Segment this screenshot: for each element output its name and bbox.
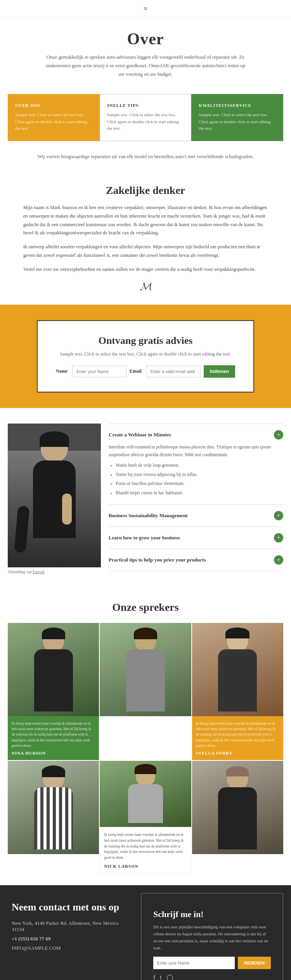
advies-form: Name Email Indienen	[53, 365, 238, 378]
spreker-nina: Ik kreeg mijn eerste baan voordat ik afs…	[8, 623, 99, 760]
contact-form-row: INDIENEN	[153, 957, 271, 969]
schrijf-title: Schrijf me in!	[153, 909, 271, 919]
hamburger-icon[interactable]: ≡	[144, 5, 147, 12]
webinar-item-1-text: Interdum velit euismod in pellentesque m…	[109, 443, 283, 459]
webinar-item-3-header[interactable]: Learn how to grow your business +	[109, 533, 283, 542]
list-item: Purus ut faucibus pulvinar elementum.	[116, 480, 283, 488]
webinar-item-1-title: Create a Webinar in Minutes	[109, 432, 171, 438]
signature: 𝓜	[23, 280, 268, 293]
social-icons: f t ◯	[153, 974, 271, 980]
contact-left: Neem contact met ons op New York, 4140 P…	[0, 885, 141, 980]
webinar-section: Afbeelding van Freepik Create a Webinar …	[8, 424, 283, 574]
advies-title: Ontvang gratis advies	[53, 335, 238, 347]
webinar-photo-col: Afbeelding van Freepik	[8, 424, 101, 574]
feature-cards: OVER ONS Sample text. Click to select th…	[8, 94, 283, 141]
webinar-item-4-header[interactable]: Practical tips to help you price your pr…	[109, 555, 283, 565]
zakelijke-title: Zakelijke denker	[23, 184, 268, 197]
advies-subtitle: Sample text. Click to select the text bo…	[53, 350, 238, 357]
spreker-woman-stripes	[8, 761, 99, 874]
webinar-item-2: Business Sustainability Management +	[109, 505, 283, 527]
spreker-nick-col	[100, 623, 191, 760]
contact-section: Neem contact met ons op New York, 4140 P…	[0, 885, 291, 980]
nina-quote: Ik kreeg mijn eerste baan voordat ik afs…	[12, 721, 95, 748]
name-input[interactable]	[72, 366, 126, 377]
contact-email[interactable]: INFO@SAMPLE.COM	[12, 945, 129, 951]
repair-caption: Wij voeren hoogwaardige reparaties uit v…	[8, 153, 283, 161]
nick-quote-box: Ik kreeg mijn eerste baan voordat ik afs…	[100, 827, 191, 874]
older-woman-photo	[192, 761, 283, 854]
card-kwaliteitsservice-body: Sample text. Click to select the text bo…	[199, 112, 276, 132]
spreker-nick: Ik kreeg mijn eerste baan voordat ik afs…	[100, 761, 191, 874]
nick-photo	[100, 761, 191, 827]
schrijf-submit-button[interactable]: INDIENEN	[238, 957, 271, 969]
card-over-ons-body: Sample text. Click to select the text bo…	[15, 112, 92, 132]
zakelijke-p1: Mijn naam is Mark Stanson en ik ben een …	[23, 204, 268, 238]
webinar-accordion: Create a Webinar in Minutes + Interdum v…	[101, 424, 283, 574]
woman-stripes-photo	[8, 761, 99, 854]
card-kwaliteitsservice-title: KWALITEITSSERVICE	[199, 103, 276, 108]
webinar-item-1: Create a Webinar in Minutes + Interdum v…	[109, 424, 283, 505]
stella-name: STELLA PERRY	[196, 751, 279, 755]
list-item: Mattis heeft de vrije loop genomen.	[116, 462, 283, 469]
list-item: Blandit turpis cursus in hac habitasse.	[116, 489, 283, 497]
sprekers-top-row: Ik kreeg mijn eerste baan voordat ik afs…	[8, 623, 283, 760]
card-over-ons[interactable]: OVER ONS Sample text. Click to select th…	[8, 94, 100, 141]
card-kwaliteitsservice[interactable]: KWALITEITSSERVICE Sample text. Click to …	[191, 94, 283, 141]
webinar-item-2-header[interactable]: Business Sustainability Management +	[109, 511, 283, 520]
contact-form: INDIENEN	[153, 957, 271, 969]
advies-submit-button[interactable]: Indienen	[204, 365, 235, 378]
webinar-item-1-body: Interdum velit euismod in pellentesque m…	[109, 443, 283, 497]
contact-right: Schrijf me in! Dit is een zeer pijnlijke…	[141, 893, 283, 980]
card-snelle-tips-body: Sample text. Click to select the text bo…	[107, 112, 184, 132]
contact-title: Neem contact met ons op	[12, 901, 129, 914]
email-label: Email	[130, 368, 142, 374]
facebook-icon[interactable]: f	[153, 974, 155, 980]
webinar-item-2-title: Business Sustainability Management	[109, 513, 188, 519]
advies-box: Ontvang gratis advies Sample text. Click…	[37, 320, 254, 392]
webinar-item-4-toggle[interactable]: +	[274, 555, 283, 565]
webinar-item-4: Practical tips to help you price your pr…	[109, 549, 283, 571]
sprekers-bottom-row: Ik kreeg mijn eerste baan voordat ik afs…	[8, 761, 283, 874]
webinar-person-photo	[8, 424, 101, 567]
email-input[interactable]	[146, 366, 201, 377]
contact-address: New York, 4140 Parker Rd. Allentown, New…	[12, 920, 129, 933]
stella-overlay: Ik kreeg mijn eerste baan voordat ik afs…	[192, 716, 283, 760]
freepik-link[interactable]: Freepik	[33, 570, 45, 574]
schrijf-name-input[interactable]	[153, 957, 235, 969]
list-item: Tortor bij risus viverra adipiscing bij …	[116, 471, 283, 479]
spreker-older-woman	[192, 761, 283, 874]
zakelijke-p3: Vertel me over uw ontwerpbehoeften en sa…	[23, 265, 268, 274]
webinar-item-1-header[interactable]: Create a Webinar in Minutes +	[109, 430, 283, 439]
zakelijke-p2: Ik ontwerp allerlei soorten verpakkingen…	[23, 243, 268, 260]
contact-phone[interactable]: +1 (555) 656 77 69	[12, 936, 129, 942]
webinar-item-1-toggle[interactable]: +	[274, 430, 283, 439]
nina-name: NINA HUDSON	[12, 751, 95, 755]
nina-overlay: Ik kreeg mijn eerste baan voordat ik afs…	[8, 716, 99, 760]
webinar-item-3: Learn how to grow your business +	[109, 527, 283, 549]
sprekers-title: Onze sprekers	[8, 601, 283, 614]
stella-photo	[192, 623, 283, 716]
schrijf-body: Dit is een zeer pijnlijke beschuldiging …	[153, 923, 271, 952]
card-snelle-tips[interactable]: SNELLE TIPS Sample text. Click to select…	[100, 94, 192, 141]
card-over-ons-title: OVER ONS	[15, 103, 92, 108]
nick-quote: Ik kreeg mijn eerste baan voordat ik afs…	[104, 832, 187, 861]
header-subtitle: Onze gemakkelijk te spreken auto-adviseu…	[45, 53, 246, 78]
advies-section: Ontvang gratis advies Sample text. Click…	[0, 305, 291, 408]
twitter-icon[interactable]: t	[160, 974, 161, 980]
zakelijke-section: Zakelijke denker Mijn naam is Mark Stans…	[0, 173, 291, 305]
page-title: Over	[8, 30, 283, 48]
nav-bar: ≡	[0, 0, 291, 18]
webinar-item-4-title: Practical tips to help you price your pr…	[109, 557, 206, 563]
nick-photo-top	[100, 623, 191, 716]
name-label: Name	[56, 368, 68, 374]
nina-photo	[8, 623, 99, 716]
page-header: Over Onze gemakkelijk te spreken auto-ad…	[0, 18, 291, 82]
sprekers-section: Onze sprekers Ik kreeg mijn eerste baan …	[0, 589, 291, 885]
instagram-icon[interactable]: ◯	[166, 974, 173, 980]
webinar-item-3-toggle[interactable]: +	[274, 533, 283, 542]
webinar-item-3-title: Learn how to grow your business	[109, 535, 180, 541]
webinar-item-2-toggle[interactable]: +	[274, 511, 283, 520]
nick-name: NICK LARSON	[104, 864, 187, 868]
webinar-item-1-list: Mattis heeft de vrije loop genomen. Tort…	[116, 462, 283, 497]
spreker-stella: Ik kreeg mijn eerste baan voordat ik afs…	[192, 623, 283, 760]
